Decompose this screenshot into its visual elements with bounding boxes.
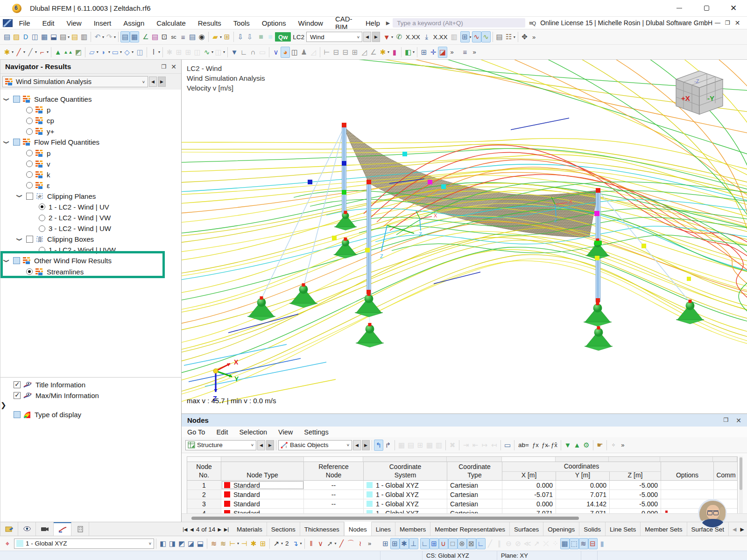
tables-toggle-icon[interactable]: ▦ — [130, 31, 139, 42]
menu-help[interactable]: Help — [359, 17, 386, 28]
nav-arrow-button[interactable]: ▶ — [372, 32, 380, 42]
tree-checkbox[interactable] — [13, 139, 20, 146]
work-plane-icon-1[interactable]: ◧ — [158, 538, 168, 549]
snap-icon-18[interactable]: ⁘ — [551, 538, 560, 549]
disabled-node-icon[interactable]: ✱ — [165, 47, 174, 58]
cell-reference-node[interactable]: -- — [304, 481, 364, 490]
line-icon-3[interactable]: ➚ — [325, 538, 335, 549]
table-row[interactable]: 3Standard--1 - Global XYZCartesian0.0001… — [187, 499, 737, 509]
prev-result-button[interactable]: ◀ — [149, 77, 157, 87]
radio-button[interactable] — [26, 128, 33, 135]
cell-options[interactable] — [661, 481, 714, 490]
close-button[interactable]: ✕ — [720, 0, 747, 17]
checkbox[interactable] — [14, 392, 21, 399]
column-header[interactable]: Y [m] — [556, 472, 610, 480]
delete-row-icon[interactable]: ✖ — [448, 440, 457, 451]
block-tool-icon[interactable]: ◫ — [135, 47, 145, 58]
cell-comment[interactable] — [714, 490, 738, 499]
radio-button[interactable] — [39, 247, 45, 253]
float-table-icon[interactable]: ❐ — [724, 417, 729, 424]
table-menu-settings[interactable]: Settings — [298, 427, 334, 438]
tab-members[interactable]: Members — [395, 522, 430, 536]
fx-del-icon[interactable]: ƒx̶ — [540, 440, 550, 451]
inner-restore-icon[interactable]: ❐ — [723, 18, 733, 28]
load-icon[interactable]: ⇩ — [236, 31, 245, 42]
search-icon[interactable]: ≡Q — [529, 20, 536, 27]
snap-icon-6[interactable]: ⊞ — [430, 538, 439, 549]
plane-icon[interactable]: ◿ — [309, 47, 318, 58]
menu-cad-bim[interactable]: CAD-BIM — [329, 17, 359, 28]
checkbox[interactable] — [14, 381, 21, 388]
work-plane-icon-4[interactable]: ◪ — [186, 538, 196, 549]
radio-button[interactable] — [26, 107, 33, 113]
dir-icon-2[interactable]: ↴ — [291, 538, 300, 549]
table-add-icon[interactable]: ⊞ — [416, 440, 425, 451]
display-option-max-min-information[interactable]: Max/Min Information — [0, 390, 182, 401]
console-icon[interactable]: ⊡ — [160, 31, 169, 42]
tree-item-p[interactable]: p — [0, 147, 181, 158]
table-row[interactable]: 2Standard--1 - Global XYZCartesian-5.071… — [187, 490, 737, 499]
cell-y[interactable]: 7.071 — [556, 490, 610, 499]
line-icon-5[interactable]: ⌒ — [346, 538, 356, 549]
menu-insert[interactable]: Insert — [88, 17, 118, 28]
radio-button[interactable] — [39, 225, 45, 232]
navigator-toggle-icon[interactable]: ▤ — [120, 31, 130, 42]
tab-thicknesses[interactable]: Thicknesses — [300, 522, 344, 536]
cell-y[interactable]: 14.142 — [556, 499, 610, 508]
member-diagram-icon-4[interactable]: ⊞ — [350, 47, 359, 58]
menu-options[interactable]: Options — [256, 17, 292, 28]
model-icon[interactable]: ◫ — [30, 31, 40, 42]
radio-button[interactable] — [39, 203, 45, 210]
table-horizontal-scrollbar[interactable] — [182, 513, 747, 522]
cell-coordinate-type[interactable]: Cartesian — [447, 490, 502, 499]
line-icon-1[interactable]: ‖ — [307, 538, 316, 549]
tree-item-k[interactable]: k — [0, 169, 181, 180]
surface-tool-icon[interactable]: ▱ — [87, 47, 97, 58]
new-model-icon[interactable]: ▤ — [2, 31, 12, 42]
tree-group-clipping-planes[interactable]: ❯Clipping Planes — [0, 191, 181, 202]
grid-icon-2[interactable]: ≋ — [218, 538, 228, 549]
supports-tool-icon[interactable]: ▲▲ — [63, 47, 74, 58]
wind-load-button[interactable]: Qw — [275, 32, 291, 42]
display-option-type-of-display[interactable]: Type of display — [0, 409, 182, 420]
tree-item-y-[interactable]: y+ — [0, 126, 181, 137]
pan-icon[interactable]: ✥ — [520, 31, 529, 42]
nav-arrow-button[interactable]: ▶ — [266, 440, 274, 450]
tree-item-1-lc2-wind-uvw[interactable]: 1 - LC2 - Wind | UVW — [0, 245, 181, 255]
tree-item-v[interactable]: v — [0, 159, 181, 169]
tree-checkbox[interactable] — [13, 257, 20, 264]
tab-nodes[interactable]: Nodes — [344, 522, 372, 536]
print-icon[interactable]: ▤ — [58, 31, 68, 42]
tab-scroll-left-icon[interactable]: ◀ — [733, 526, 736, 532]
radio-button[interactable] — [26, 118, 33, 124]
nav-arrow-button[interactable]: ▶ — [362, 440, 370, 450]
nav-arrow-button[interactable]: ◀ — [257, 440, 265, 450]
work-plane-icon-5[interactable]: ⬓ — [196, 538, 205, 549]
last-page-button[interactable]: ▶| — [223, 522, 230, 536]
print-graphic-icon[interactable]: ▤ — [495, 31, 504, 42]
cell-options[interactable] — [661, 490, 714, 499]
table-filter-icon[interactable]: ▦ — [425, 440, 434, 451]
snap-icon-8[interactable]: ⊗ — [458, 538, 467, 549]
tab-solids[interactable]: Solids — [579, 522, 606, 536]
result-grid-icon[interactable]: ⊞ — [460, 31, 470, 42]
rect-surface-icon[interactable]: ▭ — [111, 47, 120, 58]
tab-openings[interactable]: Openings — [543, 522, 579, 536]
xyz-icon[interactable]: ⁘ — [609, 440, 618, 451]
member-diagram-icon-3[interactable]: ⊟ — [341, 47, 350, 58]
cell-coordinate-type[interactable]: Cartesian — [447, 481, 502, 490]
menu-tools[interactable]: Tools — [227, 17, 256, 28]
grid-snap-icon[interactable]: ⊞ — [419, 47, 429, 58]
more3-icon[interactable]: » — [470, 47, 479, 58]
search-input[interactable]: Type a keyword (Alt+Q) — [393, 18, 525, 28]
snap-icon-7[interactable]: □ — [448, 538, 458, 549]
prev-page-button[interactable]: ◀ — [189, 522, 196, 536]
tab-member-sets[interactable]: Member Sets — [641, 522, 687, 536]
chevron-down-icon[interactable]: ❯ — [3, 98, 10, 101]
layers2-icon[interactable]: ▥ — [450, 31, 459, 42]
column-header[interactable]: NodeNo. — [187, 462, 221, 480]
snap-grid-icon[interactable]: ⊞ — [258, 538, 268, 549]
fx-eye-icon[interactable]: ƒx̂ — [550, 440, 559, 451]
measure-icon[interactable]: ✆ — [395, 31, 404, 42]
nav-arrow-button[interactable]: ◀ — [353, 440, 361, 450]
